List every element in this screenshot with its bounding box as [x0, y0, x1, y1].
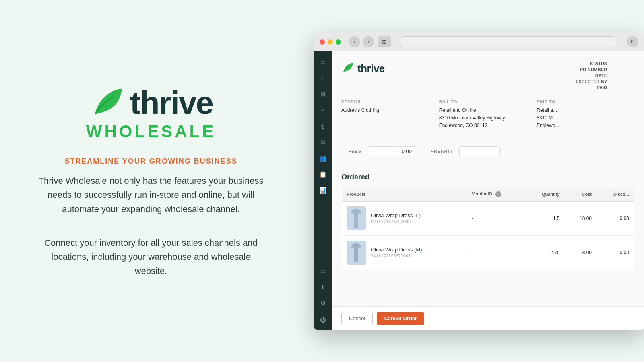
sidebar-power-icon[interactable]: ⏻ — [316, 312, 330, 327]
meta-row-paid: PAID — [571, 85, 634, 90]
discount-2: 0.00 — [597, 235, 634, 269]
sidebar-info-icon[interactable]: ℹ — [316, 280, 330, 294]
cancel-order-button[interactable]: Cancel Order — [377, 312, 424, 325]
product-sku-1: SKU 171375222080 — [371, 219, 421, 224]
leaf-icon — [89, 84, 125, 122]
ship-to-col: SHIP TO Retail a... 8310 Mo... Englewo..… — [537, 100, 634, 130]
logo-area: thrive WHOLESALE — [86, 84, 216, 141]
product-cell-2: Olivia Wrap Dress (M) SKU 171373670043 — [342, 235, 467, 269]
sidebar-mail-icon[interactable]: ✉ — [316, 135, 330, 150]
product-info-1: Olivia Wrap Dress (L) SKU 171375222080 — [371, 212, 421, 224]
ship-to-address2: Englewo... — [537, 122, 634, 130]
vendor-id-2: - — [467, 235, 524, 269]
discount-1: 0.00 — [597, 201, 634, 235]
quantity-1: 1.5 — [524, 201, 565, 235]
logo-wholesale-text: WHOLESALE — [86, 122, 216, 141]
close-button[interactable] — [320, 39, 325, 45]
logo-row: thrive — [89, 84, 213, 122]
table-header-row: Products Vendor ID i Quantity Cost — [342, 187, 634, 201]
fees-row: FEES FREIGHT — [341, 146, 634, 165]
po-number-label: PO NUMBER — [571, 67, 607, 72]
freight-label: FREIGHT — [431, 149, 453, 154]
sidebar-check-icon[interactable]: ✓ — [316, 103, 330, 117]
freight-input[interactable] — [459, 146, 500, 156]
meta-row-status: STATUS — [571, 61, 634, 66]
meta-row-expected: EXPECTED BY — [571, 79, 634, 84]
description-2: Connect your inventory for all your sale… — [42, 236, 260, 278]
order-meta: STATUS PO NUMBER DATE EXPECTED BY — [571, 61, 634, 90]
right-panel: ‹ › ⊞ ↻ ☰ ⌂ ⊞ ✓ $ ✉ 👥 📋 📊 ☰ ℹ — [302, 0, 644, 362]
po-number-value — [610, 67, 634, 72]
forward-button[interactable]: › — [363, 36, 374, 47]
quantity-2: 2.75 — [524, 235, 565, 269]
ordered-title: Ordered — [341, 173, 634, 181]
col-quantity: Quantity — [524, 187, 565, 201]
col-discount: Disco... — [597, 187, 634, 201]
minimize-button[interactable] — [328, 39, 333, 45]
cancel-button[interactable]: Cancel — [341, 312, 373, 325]
sidebar-home-icon[interactable]: ⌂ — [316, 71, 330, 85]
thrive-logo-small: thrive — [341, 61, 385, 76]
meta-row-date: DATE — [571, 73, 634, 78]
bill-to-col: BILL TO Retail and Online 8310 Mountain … — [439, 100, 537, 130]
product-sku-2: SKU 171373670043 — [371, 253, 422, 258]
paid-label: PAID — [571, 85, 607, 90]
order-header: thrive STATUS PO NUMBER DATE — [341, 61, 634, 90]
expected-by-label: EXPECTED BY — [571, 79, 607, 84]
col-vendor-id: Vendor ID i — [467, 187, 524, 201]
bill-to-address1: 8310 Mountain Valley Highway — [439, 114, 537, 122]
cost-1: 18.00 — [565, 201, 597, 235]
sidebar-dollar-icon[interactable]: $ — [316, 119, 330, 134]
browser-nav: ‹ › ⊞ — [349, 36, 391, 47]
bottom-actions: Cancel Cancel Order — [332, 306, 644, 330]
app-container: ☰ ⌂ ⊞ ✓ $ ✉ 👥 📋 📊 ☰ ℹ ⚙ ⏻ — [314, 51, 644, 330]
product-name-1: Olivia Wrap Dress (L) — [371, 212, 421, 218]
bill-to-address2: Englewood, CO 80112 — [439, 122, 537, 130]
fees-label: FEES — [341, 149, 361, 154]
tagline: STREAMLINE YOUR GROWING BUSINESS — [64, 157, 237, 166]
sidebar-users-icon[interactable]: 👥 — [316, 151, 330, 166]
sidebar-docs-icon[interactable]: 📋 — [316, 167, 330, 182]
product-cell-1: Olivia Wrap Dress (L) SKU 171375222080 — [342, 201, 467, 235]
left-panel: thrive WHOLESALE STREAMLINE YOUR GROWING… — [0, 0, 302, 362]
bill-to-label: BILL TO — [439, 100, 537, 104]
url-bar[interactable] — [400, 36, 618, 47]
sidebar-chart-icon[interactable]: 📊 — [316, 183, 330, 198]
sidebar-menu-icon[interactable]: ☰ — [316, 55, 330, 69]
product-info-2: Olivia Wrap Dress (M) SKU 171373670043 — [371, 247, 422, 258]
vendor-col: VENDOR Audrey's Clothing — [341, 100, 439, 130]
sidebar-settings-icon[interactable]: ⚙ — [316, 296, 330, 311]
paid-value — [610, 85, 634, 90]
ship-to-address1: 8310 Mo... — [537, 114, 634, 122]
product-name-2: Olivia Wrap Dress (M) — [371, 247, 422, 253]
vendor-section: VENDOR Audrey's Clothing BILL TO Retail … — [341, 100, 634, 138]
cost-2: 18.00 — [565, 235, 597, 269]
col-products: Products — [342, 187, 467, 201]
col-cost: Cost — [565, 187, 597, 201]
status-label: STATUS — [571, 61, 607, 66]
sidebar-list-icon[interactable]: ☰ — [316, 264, 330, 278]
back-button[interactable]: ‹ — [349, 36, 360, 47]
fees-input[interactable] — [368, 146, 416, 156]
ship-to-label: SHIP TO — [537, 100, 634, 104]
table-row: Olivia Wrap Dress (M) SKU 171373670043 -… — [342, 235, 634, 269]
product-info-wrap-2: Olivia Wrap Dress (M) SKU 171373670043 — [347, 241, 462, 265]
table-row: Olivia Wrap Dress (L) SKU 171375222080 -… — [342, 201, 634, 235]
main-content: thrive STATUS PO NUMBER DATE — [332, 51, 644, 330]
reload-button[interactable]: ↻ — [627, 36, 638, 47]
vendor-name: Audrey's Clothing — [341, 107, 439, 114]
product-thumb-2 — [347, 241, 366, 265]
maximize-button[interactable] — [336, 39, 341, 45]
bill-to-name: Retail and Online — [439, 107, 537, 114]
vendor-id-1: - — [467, 201, 524, 235]
date-value — [610, 73, 634, 78]
product-info-wrap-1: Olivia Wrap Dress (L) SKU 171375222080 — [347, 206, 462, 230]
layout-button[interactable]: ⊞ — [378, 36, 391, 47]
description-1: Thrive Wholesale not only has the featur… — [38, 174, 264, 216]
browser-window: ‹ › ⊞ ↻ ☰ ⌂ ⊞ ✓ $ ✉ 👥 📋 📊 ☰ ℹ — [314, 32, 644, 330]
product-thumb-1 — [347, 206, 366, 230]
sidebar-grid-icon[interactable]: ⊞ — [316, 87, 330, 101]
thrive-logo-text-sm: thrive — [357, 62, 385, 75]
leaf-sm-icon — [341, 61, 354, 76]
ship-to-name: Retail a... — [537, 107, 634, 114]
